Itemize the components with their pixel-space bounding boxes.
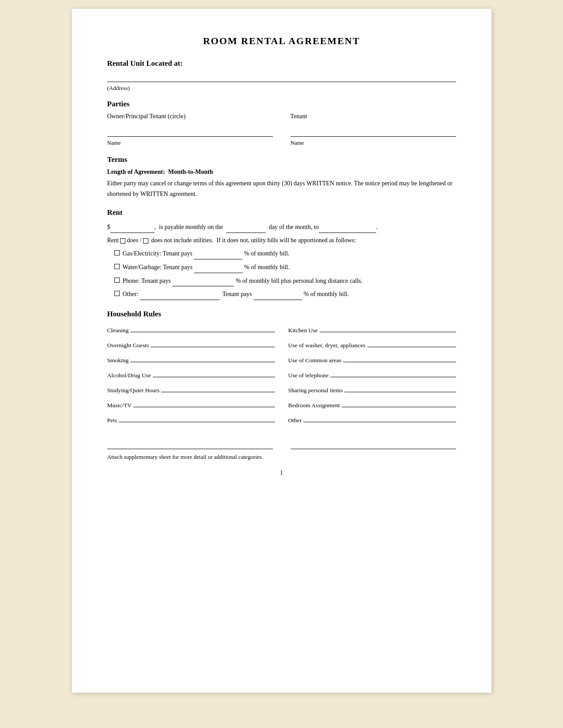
- rule-common-areas: Use of Common areas: [288, 353, 456, 366]
- document-title: ROOM RENTAL AGREEMENT: [107, 35, 456, 47]
- rule-washer-dryer: Use of washer, dryer, appliances: [288, 338, 456, 351]
- rent-includes-checkbox[interactable]: [120, 238, 125, 244]
- rule-alcohol-drug: Alcohol/Drug Use: [107, 368, 275, 381]
- length-of-agreement: Length of Agreement: Month-to-Month: [107, 169, 456, 176]
- rule-sharing-personal: Sharing personal items: [288, 383, 456, 396]
- rule-smoking: Smoking: [107, 353, 275, 366]
- footer-line-right: [291, 439, 456, 449]
- rental-unit-heading: Rental Unit Located at:: [107, 59, 456, 68]
- rule-overnight-guests: Overnight Guests: [107, 338, 275, 351]
- length-value: Month-to-Month: [168, 169, 213, 175]
- phone-checkbox[interactable]: [114, 278, 120, 283]
- rule-other: Other: [288, 413, 456, 426]
- address-field-line[interactable]: [107, 72, 456, 82]
- household-rules-grid: Cleaning Kitchen Use Overnight Guests Us…: [107, 323, 456, 426]
- utility-water: Water/Garbage: Tenant pays % of monthly …: [114, 262, 456, 273]
- length-label: Length of Agreement:: [107, 169, 165, 175]
- rule-kitchen-use: Kitchen Use: [288, 323, 456, 336]
- water-checkbox[interactable]: [114, 264, 120, 269]
- rent-heading: Rent: [107, 208, 456, 217]
- owner-label: Owner/Principal Tenant (circle): [107, 113, 273, 120]
- rent-line-2: Rent does / does not include utilities. …: [107, 235, 456, 246]
- rule-bedroom-assignment: Bedroom Assignment: [288, 398, 456, 411]
- terms-heading: Terms: [107, 155, 456, 164]
- utility-other: Other: Tenant pays % of monthly bill.: [114, 289, 456, 300]
- rent-not-includes-checkbox[interactable]: [143, 238, 148, 244]
- rent-line-1: $ , is payable monthly on the day of the…: [107, 221, 456, 233]
- utility-phone: Phone: Tenant pays % of monthly bill plu…: [114, 276, 456, 287]
- document-page: ROOM RENTAL AGREEMENT Rental Unit Locate…: [72, 9, 491, 693]
- tenant-label: Tenant: [291, 113, 456, 120]
- footer-line-left: [107, 439, 273, 449]
- rule-telephone: Use of telephone: [288, 368, 456, 381]
- rule-cleaning: Cleaning: [107, 323, 275, 336]
- household-rules-heading: Household Rules: [107, 310, 456, 319]
- tenant-name-field[interactable]: [291, 127, 456, 137]
- other-checkbox[interactable]: [114, 291, 120, 296]
- page-number: 1: [107, 469, 456, 477]
- utility-gas: Gas/Electricity: Tenant pays % of monthl…: [114, 248, 456, 259]
- rule-quiet-hours: Studying/Quiet Hours: [107, 383, 275, 396]
- notice-text: Either party may cancel or change terms …: [107, 178, 456, 199]
- rule-music-tv: Music/TV: [107, 398, 275, 411]
- owner-name-label: Name: [107, 139, 273, 146]
- tenant-name-label: Name: [291, 139, 456, 146]
- owner-name-field[interactable]: [107, 127, 273, 137]
- footer-signature-lines: [107, 439, 456, 449]
- attach-text: Attach supplementary sheet for more deta…: [107, 454, 456, 461]
- rule-pets: Pets: [107, 413, 275, 426]
- gas-checkbox[interactable]: [114, 250, 120, 255]
- parties-heading: Parties: [107, 100, 456, 109]
- address-label: (Address): [107, 85, 456, 92]
